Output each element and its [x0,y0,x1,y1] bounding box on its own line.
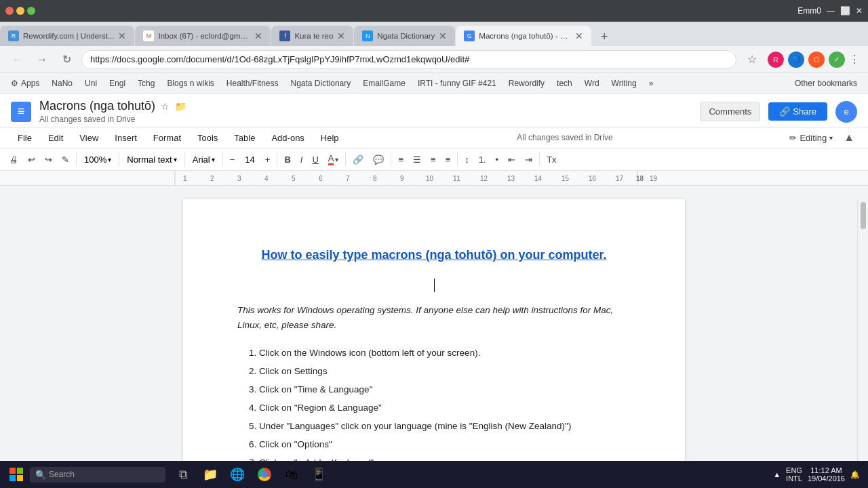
increase-indent-button[interactable]: ⇥ [521,152,536,167]
docs-title-text[interactable]: Macrons (nga tohutō) [39,99,155,113]
menu-table[interactable]: Table [227,129,262,146]
italic-button[interactable]: I [296,152,307,167]
title-bar-minimize-icon[interactable]: — [827,6,835,16]
menu-addons[interactable]: Add-ons [264,129,311,146]
tab-macrons[interactable]: G Macrons (nga tohutō) - C... ✕ [456,26,591,46]
menu-view[interactable]: View [73,129,105,146]
window-controls[interactable] [5,7,35,15]
menu-help[interactable]: Help [314,129,346,146]
font-size-selector[interactable]: 14 [240,152,259,167]
taskbar-app-phone[interactable]: 📱 [307,462,331,487]
print-button[interactable]: 🖨 [5,152,22,167]
undo-button[interactable]: ↩ [24,152,39,167]
maximize-button[interactable] [27,7,35,15]
tab-close-fb[interactable]: ✕ [337,31,345,41]
tab-facebook[interactable]: f Kura te reo ✕ [271,26,353,46]
paint-format-button[interactable]: ✎ [58,152,73,167]
star-icon[interactable]: ☆ [161,101,170,112]
minimize-button[interactable] [16,7,24,15]
menu-format[interactable]: Format [146,129,188,146]
bookmark-tchg[interactable]: Tchg [132,77,160,90]
zoom-selector[interactable]: 100% ▾ [79,152,116,167]
menu-insert[interactable]: Insert [108,129,144,146]
clear-formatting-button[interactable]: Tx [542,152,560,167]
underline-button[interactable]: U [308,152,322,167]
menu-file[interactable]: File [11,129,39,146]
tab-close-ngata[interactable]: ✕ [439,31,447,41]
close-button[interactable] [5,7,14,15]
bookmark-apps[interactable]: ⚙ Apps [5,77,45,90]
extension-icon-3[interactable]: ⬡ [808,52,825,68]
menu-tools[interactable]: Tools [191,129,224,146]
align-center-button[interactable]: ☰ [409,152,425,167]
start-button[interactable] [3,461,30,488]
insert-comment-button[interactable]: 💬 [369,152,388,167]
taskbar-up-arrow-icon[interactable]: ▲ [773,470,781,479]
editing-mode-selector[interactable]: ✏ Editing ▾ [784,130,838,146]
taskbar-app-task-view[interactable]: ⧉ [171,462,195,487]
bookmark-rewordify[interactable]: Rewordify [503,77,550,90]
unordered-list-button[interactable]: • [492,152,503,167]
url-bar[interactable]: https://docs.google.com/document/d/1Od-6… [81,50,736,69]
bookmark-nano[interactable]: NaNo [46,77,78,90]
link-button[interactable]: 🔗 [349,152,368,167]
extension-icon-1[interactable]: R [768,52,784,68]
taskbar-app-chrome[interactable] [252,462,277,487]
font-family-selector[interactable]: Arial ▾ [188,152,220,167]
extension-icon-4[interactable]: ✓ [829,52,845,68]
back-button[interactable]: ← [8,50,27,69]
line-spacing-button[interactable]: ↕ [460,152,473,167]
decrease-indent-button[interactable]: ⇤ [504,152,519,167]
font-size-decrease[interactable]: − [226,152,239,167]
title-bar-close-icon[interactable]: ✕ [856,6,863,16]
title-bar-restore-icon[interactable]: ⬜ [840,6,850,16]
bookmark-irti[interactable]: IRTI - funny GIF #421 [412,77,502,90]
taskbar-app-store[interactable]: 🛍 [279,462,304,487]
tab-rewordify[interactable]: R Rewordify.com | Underst... ✕ [0,26,134,46]
notification-icon[interactable]: 🔔 [850,470,860,479]
tab-close-gmail[interactable]: ✕ [254,31,262,41]
bookmark-health[interactable]: Health/Fitness [221,77,284,90]
redo-button[interactable]: ↪ [41,152,56,167]
document-area[interactable]: How to easily type macrons (nga tohutō) … [0,186,868,488]
text-style-selector[interactable]: Normal text ▾ [122,152,181,167]
bookmark-emailgame[interactable]: EmailGame [357,77,411,90]
bold-button[interactable]: B [280,152,294,167]
menu-edit[interactable]: Edit [41,129,70,146]
menu-dots-icon[interactable]: ⋮ [849,53,860,66]
reload-button[interactable]: ↻ [57,50,76,69]
tab-close-rewordify[interactable]: ✕ [118,31,126,41]
bookmark-blogs[interactable]: Blogs n wikis [161,77,219,90]
font-size-increase[interactable]: + [261,152,275,167]
bookmark-wrd[interactable]: Wrd [579,77,605,90]
comments-button[interactable]: Comments [700,102,760,121]
forward-button[interactable]: → [33,50,52,69]
hamburger-icon[interactable]: ≡ [18,104,25,119]
taskbar-search[interactable]: 🔍 Search [30,467,165,483]
new-tab-button[interactable]: + [595,27,614,46]
taskbar-app-explorer[interactable]: 📁 [198,462,222,487]
ordered-list-button[interactable]: 1. [475,152,490,167]
folder-icon[interactable]: 📁 [175,101,186,112]
scrollbar[interactable] [857,199,868,474]
bookmark-uni[interactable]: Uni [79,77,102,90]
text-color-button[interactable]: A ▾ [324,150,343,168]
bookmark-tech[interactable]: tech [551,77,578,90]
align-left-button[interactable]: ≡ [394,152,408,167]
extension-icon-2[interactable]: 🔵 [788,52,804,68]
bookmark-other[interactable]: Other bookmarks [789,77,863,90]
bookmark-star-icon[interactable]: ☆ [747,53,757,66]
bookmark-engl[interactable]: Engl [104,77,131,90]
tab-ngata[interactable]: N Ngata Dictionary ✕ [354,26,455,46]
taskbar-app-edge[interactable]: 🌐 [225,462,250,487]
tab-close-macrons[interactable]: ✕ [575,31,583,41]
user-avatar[interactable]: e [835,101,857,123]
bookmark-more[interactable]: » [644,77,659,90]
tab-gmail[interactable]: M Inbox (67) - eclord@gma... ✕ [135,26,271,46]
bookmark-writing[interactable]: Writing [606,77,642,90]
share-button[interactable]: 🔗 Share [768,102,827,121]
document-page[interactable]: How to easily type macrons (nga tohutō) … [183,199,685,488]
bookmark-ngata[interactable]: Ngata Dictionary [285,77,357,90]
align-right-button[interactable]: ≡ [427,152,440,167]
justify-button[interactable]: ≡ [441,152,455,167]
